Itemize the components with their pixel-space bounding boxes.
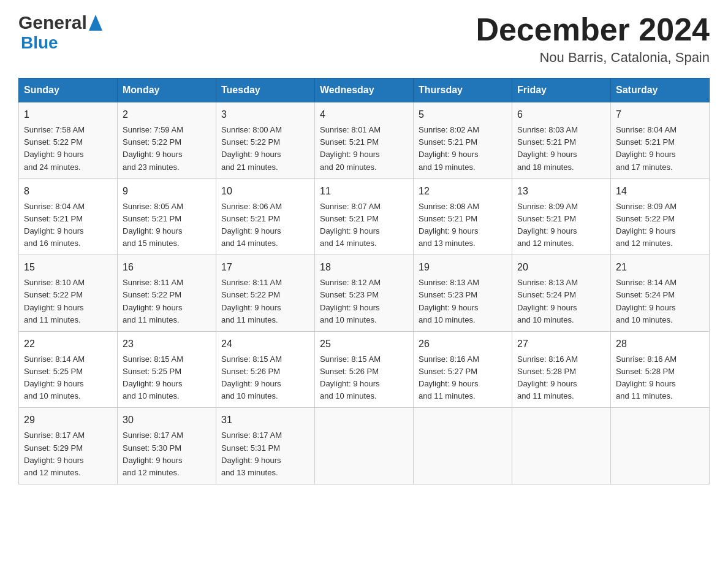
week-row-3: 15Sunrise: 8:10 AM Sunset: 5:22 PM Dayli… [19,255,710,332]
day-number: 2 [123,107,211,122]
day-cell: 9Sunrise: 8:05 AM Sunset: 5:21 PM Daylig… [118,178,216,255]
day-info: Sunrise: 8:13 AM Sunset: 5:23 PM Dayligh… [419,277,507,326]
day-cell: 8Sunrise: 8:04 AM Sunset: 5:21 PM Daylig… [19,178,118,255]
day-cell: 30Sunrise: 8:17 AM Sunset: 5:30 PM Dayli… [118,408,216,484]
day-cell [414,408,512,484]
week-row-5: 29Sunrise: 8:17 AM Sunset: 5:29 PM Dayli… [19,408,710,484]
day-info: Sunrise: 8:03 AM Sunset: 5:21 PM Dayligh… [517,124,605,174]
day-cell: 29Sunrise: 8:17 AM Sunset: 5:29 PM Dayli… [19,408,118,484]
day-number: 18 [320,260,408,275]
day-number: 4 [320,107,408,122]
day-cell: 22Sunrise: 8:14 AM Sunset: 5:25 PM Dayli… [19,331,118,408]
day-info: Sunrise: 8:01 AM Sunset: 5:21 PM Dayligh… [320,124,408,174]
day-number: 20 [517,260,605,275]
day-number: 23 [123,337,211,351]
day-info: Sunrise: 8:16 AM Sunset: 5:28 PM Dayligh… [616,353,704,403]
day-cell [512,408,611,484]
week-row-1: 1Sunrise: 7:58 AM Sunset: 5:22 PM Daylig… [19,102,710,179]
day-cell: 10Sunrise: 8:06 AM Sunset: 5:21 PM Dayli… [216,178,315,255]
day-info: Sunrise: 8:15 AM Sunset: 5:26 PM Dayligh… [320,353,408,403]
logo-general-text: General [18,12,87,33]
day-info: Sunrise: 8:05 AM Sunset: 5:21 PM Dayligh… [123,201,211,250]
day-cell: 2Sunrise: 7:59 AM Sunset: 5:22 PM Daylig… [118,102,216,179]
day-cell: 26Sunrise: 8:16 AM Sunset: 5:27 PM Dayli… [414,331,512,408]
day-number: 15 [24,260,112,275]
day-info: Sunrise: 8:14 AM Sunset: 5:25 PM Dayligh… [24,353,112,403]
day-number: 9 [123,184,211,199]
day-cell: 7Sunrise: 8:04 AM Sunset: 5:21 PM Daylig… [611,102,710,179]
day-number: 3 [221,107,309,122]
column-header-saturday: Saturday [611,79,710,102]
day-cell: 3Sunrise: 8:00 AM Sunset: 5:22 PM Daylig… [216,102,315,179]
logo-triangle-icon [89,15,102,31]
day-info: Sunrise: 8:09 AM Sunset: 5:21 PM Dayligh… [517,201,605,250]
day-number: 22 [24,337,112,351]
day-cell: 19Sunrise: 8:13 AM Sunset: 5:23 PM Dayli… [414,255,512,332]
svg-marker-0 [89,15,102,31]
column-header-monday: Monday [118,79,216,102]
day-info: Sunrise: 8:11 AM Sunset: 5:22 PM Dayligh… [123,277,211,326]
day-number: 7 [616,107,704,122]
day-info: Sunrise: 8:17 AM Sunset: 5:30 PM Dayligh… [123,429,211,479]
column-header-friday: Friday [512,79,611,102]
day-info: Sunrise: 8:15 AM Sunset: 5:25 PM Dayligh… [123,353,211,403]
day-info: Sunrise: 8:09 AM Sunset: 5:22 PM Dayligh… [616,201,704,250]
day-info: Sunrise: 7:58 AM Sunset: 5:22 PM Dayligh… [24,124,112,174]
day-info: Sunrise: 8:13 AM Sunset: 5:24 PM Dayligh… [517,277,605,326]
day-number: 10 [221,184,309,199]
day-info: Sunrise: 8:16 AM Sunset: 5:28 PM Dayligh… [517,353,605,403]
day-number: 21 [616,260,704,275]
day-number: 25 [320,337,408,351]
page-header: General Blue December 2024 Nou Barris, C… [18,12,710,66]
day-cell: 5Sunrise: 8:02 AM Sunset: 5:21 PM Daylig… [414,102,512,179]
title-area: December 2024 Nou Barris, Catalonia, Spa… [476,12,710,66]
day-cell: 4Sunrise: 8:01 AM Sunset: 5:21 PM Daylig… [315,102,414,179]
day-info: Sunrise: 8:00 AM Sunset: 5:22 PM Dayligh… [221,124,309,174]
day-number: 31 [221,413,309,427]
day-cell: 6Sunrise: 8:03 AM Sunset: 5:21 PM Daylig… [512,102,611,179]
day-number: 19 [419,260,507,275]
column-header-sunday: Sunday [19,79,118,102]
day-number: 26 [419,337,507,351]
day-number: 28 [616,337,704,351]
day-info: Sunrise: 8:02 AM Sunset: 5:21 PM Dayligh… [419,124,507,174]
day-cell: 24Sunrise: 8:15 AM Sunset: 5:26 PM Dayli… [216,331,315,408]
day-number: 29 [24,413,112,427]
day-info: Sunrise: 8:04 AM Sunset: 5:21 PM Dayligh… [616,124,704,174]
day-number: 17 [221,260,309,275]
day-number: 5 [419,107,507,122]
day-cell: 16Sunrise: 8:11 AM Sunset: 5:22 PM Dayli… [118,255,216,332]
day-cell: 28Sunrise: 8:16 AM Sunset: 5:28 PM Dayli… [611,331,710,408]
calendar-header-row: SundayMondayTuesdayWednesdayThursdayFrid… [19,79,710,102]
day-number: 16 [123,260,211,275]
day-cell: 18Sunrise: 8:12 AM Sunset: 5:23 PM Dayli… [315,255,414,332]
day-cell [315,408,414,484]
day-cell: 15Sunrise: 8:10 AM Sunset: 5:22 PM Dayli… [19,255,118,332]
day-info: Sunrise: 7:59 AM Sunset: 5:22 PM Dayligh… [123,124,211,174]
day-cell: 21Sunrise: 8:14 AM Sunset: 5:24 PM Dayli… [611,255,710,332]
week-row-2: 8Sunrise: 8:04 AM Sunset: 5:21 PM Daylig… [19,178,710,255]
day-cell [611,408,710,484]
day-info: Sunrise: 8:17 AM Sunset: 5:31 PM Dayligh… [221,429,309,479]
day-cell: 13Sunrise: 8:09 AM Sunset: 5:21 PM Dayli… [512,178,611,255]
day-cell: 11Sunrise: 8:07 AM Sunset: 5:21 PM Dayli… [315,178,414,255]
day-number: 11 [320,184,408,199]
day-info: Sunrise: 8:11 AM Sunset: 5:22 PM Dayligh… [221,277,309,326]
week-row-4: 22Sunrise: 8:14 AM Sunset: 5:25 PM Dayli… [19,331,710,408]
day-info: Sunrise: 8:14 AM Sunset: 5:24 PM Dayligh… [616,277,704,326]
day-cell: 20Sunrise: 8:13 AM Sunset: 5:24 PM Dayli… [512,255,611,332]
day-number: 1 [24,107,112,122]
day-info: Sunrise: 8:16 AM Sunset: 5:27 PM Dayligh… [419,353,507,403]
day-info: Sunrise: 8:08 AM Sunset: 5:21 PM Dayligh… [419,201,507,250]
day-number: 30 [123,413,211,427]
day-cell: 17Sunrise: 8:11 AM Sunset: 5:22 PM Dayli… [216,255,315,332]
logo-blue-text: Blue [21,33,58,53]
day-cell: 25Sunrise: 8:15 AM Sunset: 5:26 PM Dayli… [315,331,414,408]
day-cell: 14Sunrise: 8:09 AM Sunset: 5:22 PM Dayli… [611,178,710,255]
day-info: Sunrise: 8:12 AM Sunset: 5:23 PM Dayligh… [320,277,408,326]
logo: General Blue [18,12,102,53]
day-info: Sunrise: 8:07 AM Sunset: 5:21 PM Dayligh… [320,201,408,250]
column-header-thursday: Thursday [414,79,512,102]
day-number: 13 [517,184,605,199]
day-cell: 27Sunrise: 8:16 AM Sunset: 5:28 PM Dayli… [512,331,611,408]
